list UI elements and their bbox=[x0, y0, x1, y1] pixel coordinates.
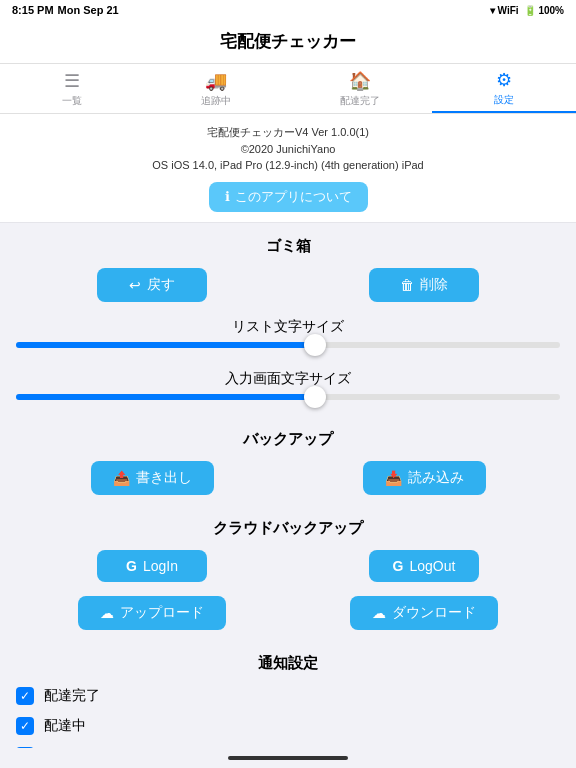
notif-other-label: その他 bbox=[44, 747, 86, 749]
main-content: 宅配便チェッカーV4 Ver 1.0.0(1) ©2020 JunichiYan… bbox=[0, 114, 576, 748]
notification-header: 通知設定 bbox=[16, 640, 560, 681]
restore-button[interactable]: ↩ 戻す bbox=[97, 268, 207, 302]
battery-icon: 🔋 100% bbox=[524, 5, 564, 16]
input-font-size-track[interactable] bbox=[16, 394, 560, 400]
import-icon: 📥 bbox=[385, 470, 402, 486]
tab-delivered-label: 配達完了 bbox=[340, 94, 380, 108]
cloud-backup-header: クラウドバックアップ bbox=[0, 505, 576, 546]
cloud-backup-section: クラウドバックアップ G LogIn G LogOut ☁ アップロード ☁ ダ… bbox=[0, 505, 576, 640]
trash-header: ゴミ箱 bbox=[0, 223, 576, 264]
logout-button[interactable]: G LogOut bbox=[369, 550, 479, 582]
page-title: 宅配便チェッカー bbox=[220, 30, 356, 53]
notif-other: ✓ その他 bbox=[16, 741, 560, 749]
input-font-size-label: 入力画面文字サイズ bbox=[16, 370, 560, 388]
list-font-size-section: リスト文字サイズ bbox=[0, 312, 576, 364]
tab-settings-label: 設定 bbox=[494, 93, 514, 107]
app-copyright: ©2020 JunichiYano bbox=[16, 141, 560, 158]
notification-section: 通知設定 ✓ 配達完了 ✓ 配達中 ✓ その他 bbox=[0, 640, 576, 749]
backup-section: バックアップ 📤 書き出し 📥 読み込み bbox=[0, 416, 576, 505]
input-font-size-section: 入力画面文字サイズ bbox=[0, 364, 576, 416]
trash-icon: 🗑 bbox=[400, 277, 414, 293]
app-info-section: 宅配便チェッカーV4 Ver 1.0.0(1) ©2020 JunichiYan… bbox=[0, 114, 576, 223]
wifi-icon: ▾ WiFi bbox=[490, 5, 519, 16]
gear-icon: ⚙ bbox=[496, 69, 512, 91]
app-device: OS iOS 14.0, iPad Pro (12.9-inch) (4th g… bbox=[16, 157, 560, 174]
notif-in-transit-checkbox[interactable]: ✓ bbox=[16, 717, 34, 735]
status-bar: 8:15 PM Mon Sep 21 ▾ WiFi 🔋 100% bbox=[0, 0, 576, 20]
upload-icon: ☁ bbox=[100, 605, 114, 621]
list-font-size-label: リスト文字サイズ bbox=[16, 318, 560, 336]
input-font-size-thumb[interactable] bbox=[304, 386, 326, 408]
login-button[interactable]: G LogIn bbox=[97, 550, 207, 582]
tab-list-label: 一覧 bbox=[62, 94, 82, 108]
tab-delivered[interactable]: 🏠 配達完了 bbox=[288, 64, 432, 113]
home-indicator bbox=[0, 748, 576, 768]
list-font-size-thumb[interactable] bbox=[304, 334, 326, 356]
backup-buttons: 📤 書き出し 📥 読み込み bbox=[0, 457, 576, 505]
download-button[interactable]: ☁ ダウンロード bbox=[350, 596, 498, 630]
input-font-size-fill bbox=[16, 394, 315, 400]
trash-buttons: ↩ 戻す 🗑 削除 bbox=[0, 264, 576, 312]
cloud-transfer-buttons: ☁ アップロード ☁ ダウンロード bbox=[0, 592, 576, 640]
restore-icon: ↩ bbox=[129, 277, 141, 293]
list-font-size-fill bbox=[16, 342, 315, 348]
trash-section: ゴミ箱 ↩ 戻す 🗑 削除 bbox=[0, 223, 576, 312]
notif-other-checkbox[interactable]: ✓ bbox=[16, 747, 34, 749]
google-icon: G bbox=[126, 558, 137, 574]
tab-settings[interactable]: ⚙ 設定 bbox=[432, 64, 576, 113]
google-logout-icon: G bbox=[393, 558, 404, 574]
upload-button[interactable]: ☁ アップロード bbox=[78, 596, 226, 630]
about-app-button[interactable]: ℹ このアプリについて bbox=[209, 182, 368, 212]
cloud-auth-buttons: G LogIn G LogOut bbox=[0, 546, 576, 592]
notif-delivered: ✓ 配達完了 bbox=[16, 681, 560, 711]
tab-list[interactable]: ☰ 一覧 bbox=[0, 64, 144, 113]
app-version: 宅配便チェッカーV4 Ver 1.0.0(1) bbox=[16, 124, 560, 141]
list-font-size-track[interactable] bbox=[16, 342, 560, 348]
notif-in-transit-label: 配達中 bbox=[44, 717, 86, 735]
home-icon: 🏠 bbox=[349, 70, 371, 92]
tab-tracking[interactable]: 🚚 追跡中 bbox=[144, 64, 288, 113]
notif-in-transit: ✓ 配達中 bbox=[16, 711, 560, 741]
notif-delivered-label: 配達完了 bbox=[44, 687, 100, 705]
export-button[interactable]: 📤 書き出し bbox=[91, 461, 214, 495]
notif-delivered-checkbox[interactable]: ✓ bbox=[16, 687, 34, 705]
info-icon: ℹ bbox=[225, 189, 230, 204]
truck-icon: 🚚 bbox=[205, 70, 227, 92]
backup-header: バックアップ bbox=[0, 416, 576, 457]
export-icon: 📤 bbox=[113, 470, 130, 486]
delete-button[interactable]: 🗑 削除 bbox=[369, 268, 479, 302]
tab-bar: ☰ 一覧 🚚 追跡中 🏠 配達完了 ⚙ 設定 bbox=[0, 64, 576, 114]
list-icon: ☰ bbox=[64, 70, 80, 92]
download-icon: ☁ bbox=[372, 605, 386, 621]
status-time: 8:15 PM bbox=[12, 4, 54, 16]
status-date: Mon Sep 21 bbox=[58, 4, 119, 16]
nav-bar: 宅配便チェッカー bbox=[0, 20, 576, 64]
import-button[interactable]: 📥 読み込み bbox=[363, 461, 486, 495]
home-bar bbox=[228, 756, 348, 760]
tab-tracking-label: 追跡中 bbox=[201, 94, 231, 108]
